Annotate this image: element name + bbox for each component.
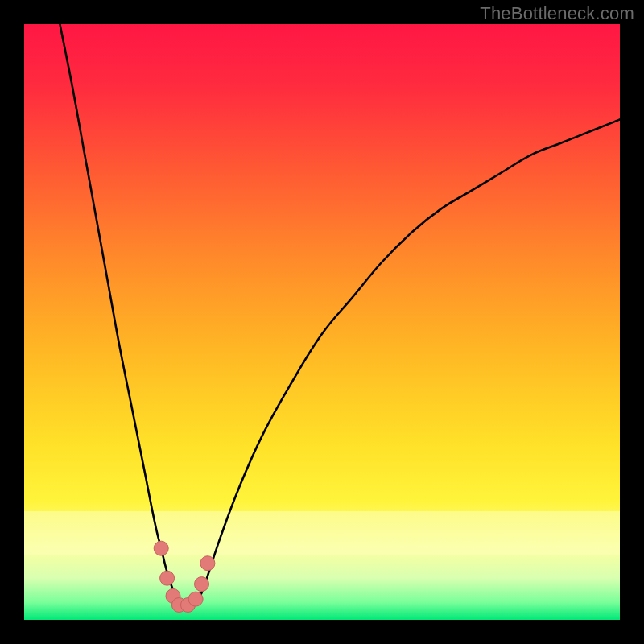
marker-point [188,592,203,606]
marker-point [195,577,209,592]
bottleneck-curve [60,24,620,609]
chart-stage: TheBottleneck.com [0,0,644,644]
watermark-text: TheBottleneck.com [480,3,634,24]
plot-area [24,24,620,620]
marker-point [154,541,168,555]
marker-point [200,556,215,571]
curve-layer [24,24,620,620]
highlighted-markers [154,541,215,612]
marker-point [160,571,175,585]
